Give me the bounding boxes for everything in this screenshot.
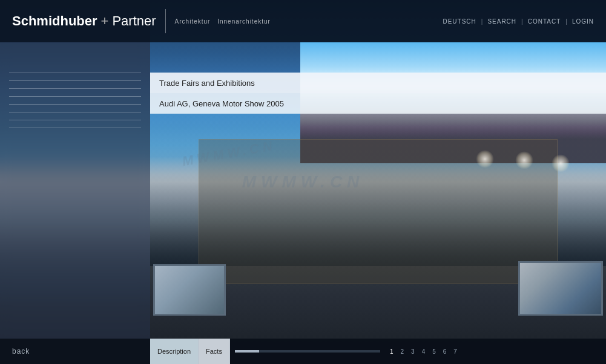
nav-sep-3: | <box>565 18 567 25</box>
left-sidebar <box>0 0 150 364</box>
sidebar-line-8 <box>9 128 141 128</box>
glass-partition <box>199 139 558 284</box>
page-6[interactable]: 6 <box>443 348 447 355</box>
monitor-left <box>153 264 226 316</box>
logo-brand: Schmidhuber <box>12 13 97 29</box>
page-3[interactable]: 3 <box>411 348 415 355</box>
monitor-right <box>518 261 603 316</box>
page-1[interactable]: 1 <box>390 348 394 355</box>
pagination: 1 2 3 4 5 6 7 <box>235 339 461 364</box>
sidebar-line-3 <box>9 88 141 89</box>
sidebar-line-4 <box>9 96 141 97</box>
category-text: Trade Fairs and Exhibitions <box>159 79 255 88</box>
sidebar-line-1 <box>9 73 141 73</box>
logo-subtitle: Architektur Innenarchitektur <box>175 18 275 25</box>
page-7[interactable]: 7 <box>453 348 457 355</box>
category-bar: Trade Fairs and Exhibitions <box>150 73 606 93</box>
bottom-bar: back Description Facts 1 2 3 4 5 6 7 <box>0 339 606 364</box>
page-track <box>235 350 380 353</box>
sidebar-line-7 <box>9 120 141 120</box>
nav-links: DEUTSCH | SEARCH | CONTACT | LOGIN <box>443 18 594 25</box>
page-4[interactable]: 4 <box>422 348 426 355</box>
page-progress <box>235 350 259 353</box>
tab-facts[interactable]: Facts <box>199 339 230 364</box>
project-bar: Audi AG, Geneva Motor Show 2005 <box>150 93 606 114</box>
subtitle-arch: Architektur <box>175 18 211 25</box>
light-spot-2 <box>552 154 570 172</box>
sidebar-line-2 <box>9 80 141 81</box>
project-text: Audi AG, Geneva Motor Show 2005 <box>159 99 284 108</box>
nav-deutsch[interactable]: DEUTSCH <box>443 18 476 25</box>
nav-contact[interactable]: CONTACT <box>528 18 561 25</box>
back-button[interactable]: back <box>0 347 150 356</box>
page-2[interactable]: 2 <box>401 348 404 355</box>
page-5[interactable]: 5 <box>432 348 436 355</box>
header: Schmidhuber + Partner Architektur Innena… <box>0 0 606 42</box>
monitor-left-screen <box>155 266 224 314</box>
sidebar-lines <box>9 73 141 135</box>
main-content: Trade Fairs and Exhibitions Audi AG, Gen… <box>150 0 606 364</box>
tab-buttons: Description Facts <box>150 339 230 364</box>
logo-area: Schmidhuber + Partner Architektur Innena… <box>12 9 275 33</box>
logo-plus: + <box>101 13 109 29</box>
sidebar-line-5 <box>9 104 141 105</box>
light-spot-3 <box>476 150 494 168</box>
logo-divider <box>165 9 166 33</box>
nav-sep-2: | <box>521 18 523 25</box>
logo-partner: Partner <box>112 13 156 29</box>
light-spot-1 <box>515 151 533 169</box>
monitor-right-screen <box>520 263 601 314</box>
sidebar-line-6 <box>9 112 141 112</box>
nav-sep-1: | <box>481 18 483 25</box>
nav-login[interactable]: LOGIN <box>572 18 594 25</box>
tab-description[interactable]: Description <box>150 339 199 364</box>
nav-search[interactable]: SEARCH <box>487 18 516 25</box>
subtitle-inner: Innenarchitektur <box>217 18 271 25</box>
